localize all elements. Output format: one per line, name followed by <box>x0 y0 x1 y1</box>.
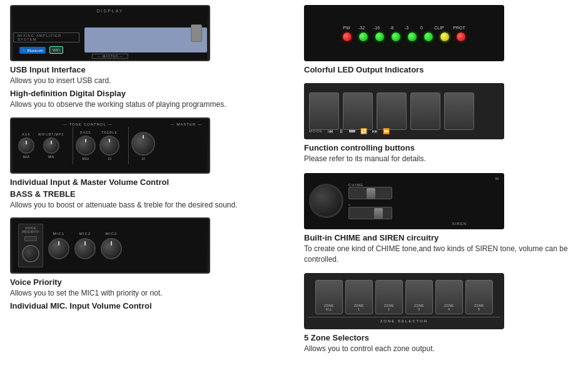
func-block: MODE ⏮ ⏸ 🔁 ⏭ ⏩ Function controlling butt… <box>304 83 578 164</box>
mic-volume-title: Individual MIC. Input Volume Control <box>10 301 284 311</box>
vp-toggle <box>24 236 37 241</box>
master-knob <box>131 132 155 156</box>
led-dots-row <box>343 32 465 41</box>
bluetooth-badge: 🔵 Bluetooth <box>19 47 46 54</box>
zone-selector-label: ZONE SELECTOR <box>308 317 500 323</box>
chime-panel: CHIME ≈ SIREN M <box>304 173 504 229</box>
led-clip <box>440 32 449 41</box>
zone-block: ZONEALL ZONE1 ZONE2 ZONE3 ZONE4 <box>304 273 578 354</box>
display-panel: DISPLAY MIXING AMPLIFIER SYSTEM 🔵 Blueto… <box>13 6 207 60</box>
zone-5-btn[interactable]: ZONE5 <box>465 280 493 314</box>
voice-priority-title: Voice Priority <box>10 277 284 287</box>
treble-bot-label: 10 <box>108 157 111 161</box>
display-screen <box>84 27 207 52</box>
mic-block: VOICE PRIORITY MIC1 MIC2 MIC3 <box>10 217 284 311</box>
siren-slider-thumb <box>374 208 383 219</box>
voice-priority-desc: Allows you to set the MIC1 with priority… <box>10 288 284 299</box>
zone-all-btn[interactable]: ZONEALL <box>315 280 343 314</box>
m-label: M <box>495 177 499 181</box>
vp-knob <box>22 245 39 262</box>
wifibt-knob-group: WIFI/BT/MP3 MIN <box>38 132 64 159</box>
mic2-label: MIC2 <box>79 232 91 236</box>
divider1 <box>73 127 73 164</box>
mixing-label: MIXING AMPLIFIER SYSTEM <box>13 32 79 42</box>
led-pw <box>343 32 352 41</box>
zone-all-label: ZONEALL <box>324 304 334 312</box>
zone-image: ZONEALL ZONE1 ZONE2 ZONE3 ZONE4 <box>304 273 504 329</box>
zone-2-btn[interactable]: ZONE2 <box>375 280 403 314</box>
siren-slider-label: ≈ <box>348 203 499 207</box>
db-8-label: -8 <box>385 26 398 30</box>
bass-label: BASS <box>80 131 91 134</box>
master-right-label: — MASTER — <box>171 122 202 126</box>
zone-1-btn[interactable]: ZONE1 <box>345 280 373 314</box>
pw-label: PW <box>340 26 353 30</box>
master-knob-group: 10 <box>131 131 155 161</box>
treble-label: TREBLE <box>101 131 117 134</box>
display-image: DISPLAY MIXING AMPLIFIER SYSTEM 🔵 Blueto… <box>10 5 210 61</box>
wifibt-bot-label: MIN <box>48 155 54 159</box>
zone-buttons-row: ZONEALL ZONE1 ZONE2 ZONE3 ZONE4 <box>315 280 493 314</box>
ff-icon: ⏩ <box>383 128 390 134</box>
usb-desc: Allows you to insert USB card. <box>10 76 284 86</box>
led-16 <box>375 32 384 41</box>
pause-icon: ⏸ <box>338 128 344 134</box>
next-icon: ⏭ <box>372 128 378 134</box>
wifi-badge: WiFi <box>49 46 63 54</box>
func-btn-5 <box>444 92 474 130</box>
func-btn-3 <box>377 92 407 130</box>
master-bot-label: 10 <box>141 157 145 161</box>
func-image: MODE ⏮ ⏸ 🔁 ⏭ ⏩ <box>304 83 504 139</box>
knobs-panel: — TONE CONTROL — — MASTER — AUX MAX WIFI… <box>13 119 207 172</box>
zone-4-btn[interactable]: ZONE4 <box>435 280 463 314</box>
prev-icon: ⏮ <box>328 128 333 134</box>
bass-treble-title: BASS & TREBLE <box>10 189 284 199</box>
aux-knob <box>18 137 34 154</box>
mode-controls: MODE ⏮ ⏸ 🔁 ⏭ ⏩ <box>309 128 390 134</box>
zone-3-btn[interactable]: ZONE3 <box>405 280 433 314</box>
mic-panel: VOICE PRIORITY MIC1 MIC2 MIC3 <box>13 217 207 274</box>
display-label: DISPLAY <box>96 9 123 13</box>
led-title: Colorful LED Output Indicators <box>304 65 578 74</box>
bass-treble-desc: Allows you to boost or attenuate bass & … <box>10 200 284 211</box>
voice-priority-box: VOICE PRIORITY <box>18 224 43 267</box>
led-0 <box>424 32 433 41</box>
siren-slider <box>348 207 392 219</box>
func-panel: MODE ⏮ ⏸ 🔁 ⏭ ⏩ <box>304 83 504 139</box>
zone-3-label: ZONE3 <box>414 304 424 312</box>
db-0-label: 0 <box>415 26 428 30</box>
repeat-icon: 🔁 <box>360 128 367 134</box>
zone-panel: ZONEALL ZONE1 ZONE2 ZONE3 ZONE4 <box>304 273 504 329</box>
mic3-section: MIC3 <box>101 232 122 259</box>
chime-main-knob <box>309 184 343 218</box>
func-btn-4 <box>410 92 440 130</box>
chime-slider-thumb <box>367 188 375 199</box>
mic1-label: MIC1 <box>53 232 64 236</box>
siren-control: ≈ <box>348 203 499 219</box>
brand-row: 🔵 Bluetooth WiFi <box>19 46 63 54</box>
right-column: PW -32 -16 -8 -3 0 CLIP PROT <box>294 0 588 373</box>
wifibt-knob <box>43 137 59 154</box>
func-btn-2 <box>343 92 373 130</box>
zone-5-label: ZONE5 <box>474 304 484 312</box>
mic2-section: MIC2 <box>74 232 96 259</box>
chime-control: CHIME <box>348 183 499 199</box>
led-3 <box>408 32 417 41</box>
db-16-label: -16 <box>370 26 383 30</box>
zone-2-label: ZONE2 <box>384 304 394 312</box>
mode-label: MODE <box>309 129 323 133</box>
zone-title: 5 Zone Selectors <box>304 333 578 342</box>
aux-knob-group: AUX MAX <box>18 132 34 159</box>
bass-knob <box>76 136 96 156</box>
func-title: Function controlling buttons <box>304 143 578 152</box>
usb-display-block: DISPLAY MIXING AMPLIFIER SYSTEM 🔵 Blueto… <box>10 5 284 110</box>
chime-image: CHIME ≈ SIREN M <box>304 173 504 229</box>
bar-icon <box>349 130 355 132</box>
chime-slider <box>348 187 392 199</box>
volume-title: Individual Input & Master Volume Control <box>10 177 284 187</box>
display-title: High-definition Digital Display <box>10 89 284 98</box>
prot-label: PROT <box>450 26 468 30</box>
mic3-label: MIC3 <box>106 232 117 236</box>
zone-desc: Allows you to control each zone output. <box>304 344 578 354</box>
knobs-image: — TONE CONTROL — — MASTER — AUX MAX WIFI… <box>10 117 210 174</box>
